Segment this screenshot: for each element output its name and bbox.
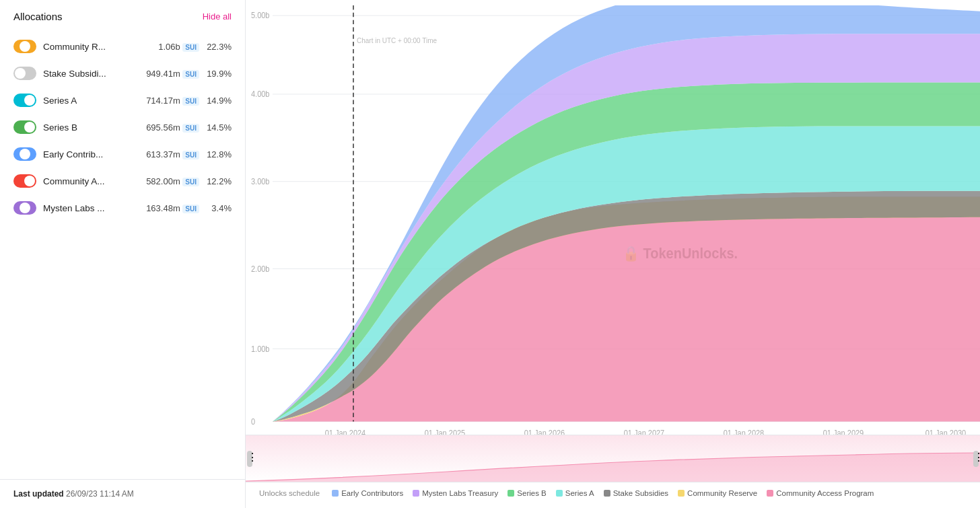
sidebar-footer: Last updated 26/09/23 11:14 AM — [0, 479, 245, 508]
legend-item-early-contributors: Early Contributors — [332, 489, 403, 497]
legend-label: Community Access Program — [776, 489, 874, 497]
legend-dot — [604, 490, 610, 497]
legend-dot — [767, 490, 773, 497]
x-label-2029: 01 Jan 2029 — [823, 429, 864, 435]
legend-label: Series B — [517, 489, 546, 497]
alloc-amount-mysten-labs: 163.48m SUI — [146, 203, 199, 213]
alloc-name-community-access: Community A... — [43, 176, 139, 186]
toggle-early-contributors[interactable] — [13, 147, 36, 161]
alloc-amount-series-b: 695.56m SUI — [146, 122, 199, 133]
sui-badge-community-access: SUI — [182, 178, 199, 186]
y-label-1b: 1.00b — [251, 344, 269, 353]
alloc-pct-series-b: 14.5% — [206, 122, 232, 133]
alloc-name-community-reserve: Community R... — [43, 42, 151, 52]
watermark: 🔒 TokenUnlocks. — [623, 245, 738, 263]
allocation-item-series-b[interactable]: Series B695.56m SUI14.5% — [0, 114, 245, 141]
x-label-2026: 01 Jan 2026 — [524, 429, 565, 435]
allocations-title: Allocations — [13, 11, 63, 22]
y-label-3b: 3.00b — [251, 178, 269, 186]
alloc-name-series-a: Series A — [43, 96, 139, 106]
legend-dot — [678, 490, 685, 497]
sui-badge-early-contributors: SUI — [182, 151, 199, 159]
sui-badge-mysten-labs: SUI — [182, 205, 199, 213]
last-updated-label: Last updated — [13, 489, 64, 499]
chart-container: 5.00b 4.00b 3.00b 2.00b 1.00b 0 01 Jan 2… — [246, 0, 980, 435]
chart-subtitle: Chart in UTC + 00:00 Time — [357, 37, 437, 44]
legend-label: Early Contributors — [341, 489, 403, 497]
toggle-stake-subsidies[interactable] — [13, 67, 36, 80]
sidebar: Allocations Hide all Community R...1.06b… — [0, 0, 246, 508]
main-chart: 5.00b 4.00b 3.00b 2.00b 1.00b 0 01 Jan 2… — [246, 5, 980, 435]
legend-label: Series A — [565, 489, 594, 497]
legend-bar: Unlocks schedule Early ContributorsMyste… — [246, 482, 980, 508]
toggle-series-b[interactable] — [13, 120, 36, 134]
mini-handle-left[interactable]: ⋮ — [247, 451, 252, 467]
legend-item-community-access-program: Community Access Program — [767, 489, 874, 497]
x-label-2024: 01 Jan 2024 — [325, 429, 366, 435]
allocation-item-mysten-labs[interactable]: Mysten Labs ...163.48m SUI3.4% — [0, 194, 245, 221]
sui-badge-series-b: SUI — [182, 124, 199, 133]
alloc-name-mysten-labs: Mysten Labs ... — [43, 203, 139, 213]
legend-dot — [508, 490, 514, 497]
allocation-item-series-a[interactable]: Series A714.17m SUI14.9% — [0, 87, 245, 114]
alloc-pct-community-access: 12.2% — [206, 176, 232, 186]
alloc-amount-community-access: 582.00m SUI — [146, 176, 199, 186]
toggle-community-reserve[interactable] — [13, 40, 36, 53]
x-label-2025: 01 Jan 2025 — [425, 429, 465, 435]
alloc-amount-early-contributors: 613.37m SUI — [146, 149, 199, 159]
toggle-series-a[interactable] — [13, 94, 36, 107]
alloc-pct-early-contributors: 12.8% — [206, 149, 232, 159]
alloc-pct-series-a: 14.9% — [206, 96, 232, 106]
legend-item-series-b: Series B — [508, 489, 546, 497]
legend-dot — [556, 490, 563, 497]
allocation-item-community-access[interactable]: Community A...582.00m SUI12.2% — [0, 168, 245, 194]
hide-all-button[interactable]: Hide all — [203, 11, 232, 22]
x-label-2030: 01 Jan 2030 — [925, 429, 966, 435]
legend-label: Mysten Labs Treasury — [422, 489, 498, 497]
legend-dot — [332, 490, 339, 497]
alloc-pct-stake-subsidies: 19.9% — [206, 69, 232, 79]
sui-badge-stake-subsidies: SUI — [182, 70, 199, 79]
legend-prefix: Unlocks schedule — [259, 489, 320, 497]
y-label-2b: 2.00b — [251, 264, 269, 273]
y-label-0: 0 — [251, 417, 255, 425]
legend-label: Stake Subsidies — [613, 489, 668, 497]
sui-badge-community-reserve: SUI — [182, 43, 199, 52]
mini-handle-right[interactable]: ⋮ — [973, 451, 979, 467]
legend-item-mysten-labs-treasury: Mysten Labs Treasury — [413, 489, 498, 497]
alloc-name-early-contributors: Early Contrib... — [43, 149, 139, 159]
legend-item-series-a: Series A — [556, 489, 594, 497]
last-updated-value: 26/09/23 11:14 AM — [66, 489, 134, 499]
alloc-amount-community-reserve: 1.06b SUI — [158, 42, 199, 52]
toggle-mysten-labs[interactable] — [13, 201, 36, 215]
alloc-pct-mysten-labs: 3.4% — [206, 203, 232, 213]
allocation-item-community-reserve[interactable]: Community R...1.06b SUI22.3% — [0, 33, 245, 60]
mini-chart-svg — [246, 435, 980, 482]
sidebar-header: Allocations Hide all — [0, 0, 245, 30]
alloc-name-stake-subsidies: Stake Subsidi... — [43, 69, 139, 79]
mini-chart[interactable]: ⋮ ⋮ — [246, 435, 980, 482]
legend-dot — [413, 490, 419, 497]
x-label-2028: 01 Jan 2028 — [724, 429, 764, 435]
legend-item-community-reserve: Community Reserve — [678, 489, 757, 497]
legend-item-stake-subsidies: Stake Subsidies — [604, 489, 668, 497]
alloc-pct-community-reserve: 22.3% — [206, 42, 232, 52]
legend-label: Community Reserve — [687, 489, 757, 497]
y-label-4b: 4.00b — [251, 90, 269, 98]
alloc-amount-series-a: 714.17m SUI — [146, 96, 199, 106]
allocation-item-early-contributors[interactable]: Early Contrib...613.37m SUI12.8% — [0, 141, 245, 168]
main-content: 5.00b 4.00b 3.00b 2.00b 1.00b 0 01 Jan 2… — [246, 0, 980, 508]
allocation-list: Community R...1.06b SUI22.3%Stake Subsid… — [0, 30, 245, 479]
alloc-amount-stake-subsidies: 949.41m SUI — [146, 69, 199, 79]
y-label-5b: 5.00b — [251, 11, 269, 20]
toggle-community-access[interactable] — [13, 174, 36, 188]
alloc-name-series-b: Series B — [43, 122, 139, 133]
x-label-2027: 01 Jan 2027 — [624, 429, 664, 435]
allocation-item-stake-subsidies[interactable]: Stake Subsidi...949.41m SUI19.9% — [0, 60, 245, 87]
sui-badge-series-a: SUI — [182, 97, 199, 106]
